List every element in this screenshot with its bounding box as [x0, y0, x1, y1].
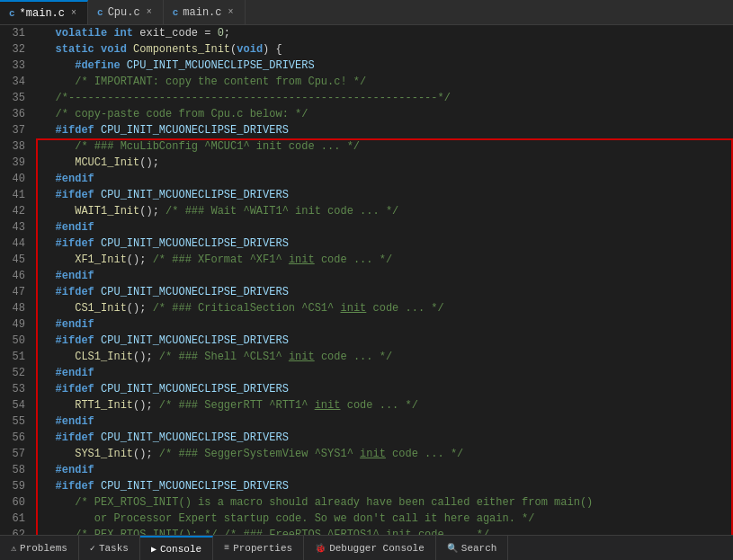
tab-debugger-console[interactable]: 🐞 Debugger Console [304, 536, 436, 560]
code-line: CS1_Init(); /* ### CriticalSection ^CS1^… [36, 300, 733, 316]
tab-close-button[interactable]: × [69, 8, 78, 18]
code-line: #define CPU_INIT_MCUONECLIPSE_DRIVERS [36, 58, 733, 74]
code-line: MCUC1_Init(); [36, 155, 733, 171]
debugger-icon: 🐞 [315, 543, 326, 554]
code-line: #ifdef CPU_INIT_MCUONECLIPSE_DRIVERS [36, 333, 733, 349]
code-line: XF1_Init(); /* ### XFormat ^XF1^ init co… [36, 252, 733, 268]
tab-properties[interactable]: ≡ Properties [213, 536, 304, 560]
console-label: Console [160, 544, 201, 555]
problems-label: Problems [20, 543, 67, 554]
tab-cpu-c[interactable]: c Cpu.c × [88, 0, 164, 24]
code-line: or Processor Expert startup code. So we … [36, 511, 733, 527]
code-editor: 3132333435363738394041424344454647484950… [0, 25, 733, 535]
code-line: #ifdef CPU_INIT_MCUONECLIPSE_DRIVERS [36, 284, 733, 300]
tab-label: main.c [183, 6, 221, 19]
problems-icon: ⚠ [11, 543, 16, 554]
code-line: CLS1_Init(); /* ### Shell ^CLS1^ init co… [36, 349, 733, 365]
code-line: SYS1_Init(); /* ### SeggerSystemView ^SY… [36, 446, 733, 462]
code-line: static void Components_Init(void) { [36, 41, 733, 58]
c-file-icon: c [173, 7, 179, 18]
code-line: WAIT1_Init(); /* ### Wait ^WAIT1^ init c… [36, 203, 733, 219]
tab-label: *main.c [20, 7, 65, 20]
code-line: /* ### McuLibConfig ^MCUC1^ init code ..… [36, 138, 733, 155]
c-file-icon: c [97, 7, 103, 18]
tab-bar: c *main.c × c Cpu.c × c main.c × [0, 0, 733, 25]
code-line: #ifdef CPU_INIT_MCUONECLIPSE_DRIVERS [36, 381, 733, 397]
tab-close-button[interactable]: × [227, 7, 236, 17]
line-numbers: 3132333435363738394041424344454647484950… [0, 25, 32, 535]
search-icon: 🔍 [447, 543, 458, 554]
code-line: #endif [36, 219, 733, 236]
code-line: /*--------------------------------------… [36, 90, 733, 106]
code-content[interactable]: volatile int exit_code = 0; static void … [32, 25, 733, 535]
code-line: #ifdef CPU_INIT_MCUONECLIPSE_DRIVERS [36, 430, 733, 446]
code-line: #endif [36, 365, 733, 381]
code-line: RTT1_Init(); /* ### SeggerRTT ^RTT1^ ini… [36, 397, 733, 413]
bottom-bar: ⚠ Problems ✓ Tasks ▶ Console ≡ Propertie… [0, 535, 733, 560]
code-line: #endif [36, 413, 733, 430]
console-icon: ▶ [151, 544, 156, 555]
tab-label: Cpu.c [108, 6, 140, 19]
code-line: /* IMPORTANT: copy the content from Cpu.… [36, 74, 733, 90]
code-line: #ifdef CPU_INIT_MCUONECLIPSE_DRIVERS [36, 187, 733, 203]
search-label: Search [461, 543, 497, 554]
tab-console[interactable]: ▶ Console [140, 536, 213, 560]
code-line: #endif [36, 316, 733, 333]
code-line: #ifdef CPU_INIT_MCUONECLIPSE_DRIVERS [36, 478, 733, 494]
properties-label: Properties [233, 543, 292, 554]
tab-main-c[interactable]: c main.c × [164, 0, 246, 24]
code-line: #endif [36, 268, 733, 284]
code-line: /* PEX_RTOS_INIT(); */ /* ### FreeRTOS ^… [36, 527, 733, 535]
tab-close-button[interactable]: × [145, 7, 154, 17]
code-line: volatile int exit_code = 0; [36, 25, 733, 41]
properties-icon: ≡ [224, 543, 229, 553]
code-line: /* PEX_RTOS_INIT() is a macro should alr… [36, 494, 733, 511]
tab-tasks[interactable]: ✓ Tasks [79, 536, 140, 560]
code-line: #endif [36, 171, 733, 187]
tab-main-c-modified[interactable]: c *main.c × [0, 0, 88, 24]
tab-search[interactable]: 🔍 Search [436, 536, 509, 560]
tasks-label: Tasks [99, 543, 129, 554]
debugger-console-label: Debugger Console [329, 543, 425, 554]
code-line: #ifdef CPU_INIT_MCUONECLIPSE_DRIVERS [36, 122, 733, 138]
code-line: /* copy-paste code from Cpu.c below: */ [36, 106, 733, 122]
tab-problems[interactable]: ⚠ Problems [0, 536, 79, 560]
code-line: #ifdef CPU_INIT_MCUONECLIPSE_DRIVERS [36, 236, 733, 252]
c-file-icon: c [9, 8, 15, 19]
code-line: #endif [36, 462, 733, 478]
tasks-icon: ✓ [90, 543, 95, 554]
